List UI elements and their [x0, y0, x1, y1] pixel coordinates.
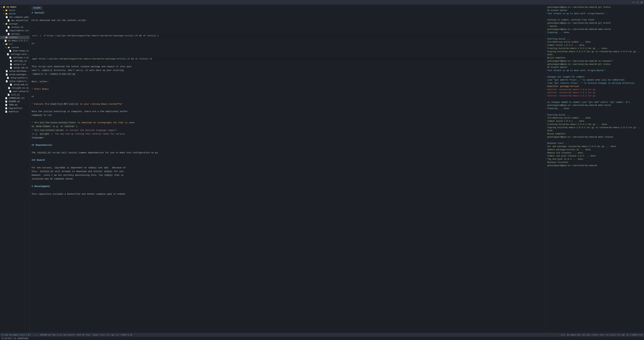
terminal-line: Copying build/my-emacs-1.0.3-1.tar.gz to… — [547, 126, 643, 132]
tree-item-label: setup-ide.el — [14, 66, 28, 69]
editor-line — [32, 189, 544, 192]
sidebar-item-README.md[interactable]: 📄README.md — [0, 100, 30, 103]
folder-icon: ▾ 📁 — [3, 36, 8, 39]
sidebar-item-version[interactable]: 📄version — [0, 32, 30, 36]
terminal-line: Creating build/my-emacs-1.0.3-1.tar.gz .… — [547, 123, 643, 126]
editor-line: Once the initial bootstrap is complete, … — [32, 110, 544, 113]
sidebar-item-makefile[interactable]: 📄makefile — [0, 110, 30, 113]
tree-item-label: release — [9, 36, 18, 39]
sidebar-item-settings-term[interactable]: 📄settings-term.… — [0, 53, 30, 56]
editor-line — [32, 23, 544, 26]
terminal-line: deleted: release/my-emacs-1.0.1.tar.gz — [547, 91, 643, 94]
file-icon: 📄 — [7, 50, 12, 52]
tree-item-label: src — [9, 43, 13, 46]
terminal-line: gshulegaard@pop-os:~/personal/my-emacs$ … — [547, 21, 643, 25]
editor-line — [32, 76, 544, 80]
terminal-line: no changes added to commit (use "git add… — [547, 101, 643, 104]
editor-line — [32, 155, 544, 158]
sidebar-item-straight-el.el[interactable]: 📄straight-el.el — [0, 86, 30, 90]
sidebar-item-install.sh[interactable]: 📄install.sh — [0, 26, 30, 29]
editor-line — [32, 30, 544, 33]
terminal-line: Remove old releases ... done. — [547, 151, 643, 155]
sidebar-item-build[interactable]: ▸ 📁build — [0, 9, 30, 12]
terminal-line: deleted: release/my-emacs-1.0.2.tar.gz — [547, 94, 643, 98]
sidebar-item-release[interactable]: ▾ 📁release — [0, 36, 30, 39]
sidebar-item-settings-x.el[interactable]: 📄settings-x.el — [0, 56, 30, 59]
terminal-line — [547, 72, 643, 75]
editor-panel[interactable]: README # Install First download and run … — [30, 5, 546, 333]
editor-line: The install.sh script will install commo… — [32, 151, 544, 154]
terminal-line — [547, 139, 643, 142]
folder-icon: ▾ 📁 — [3, 43, 8, 46]
editor-line: (e.g. pyright ). You may end up running … — [32, 132, 544, 136]
terminal-line: Commit and push release 1.0.3 ... done. — [547, 154, 643, 158]
file-icon: 📄 — [3, 100, 8, 103]
tree-item-label: dev.compose.yaml — [9, 16, 29, 19]
sidebar-item-TODO.md[interactable]: 📄TODO.md — [0, 103, 30, 107]
editor-line: commands to run: — [32, 114, 544, 117]
tree-item-label: setup-web.el — [14, 83, 28, 86]
sidebar-item-custom[interactable]: ▾ 📁custom — [0, 46, 30, 49]
terminal-line: Build complete. — [547, 132, 643, 136]
file-icon: 📄 — [7, 56, 12, 59]
terminal-line: Incrementing build number ... done. — [547, 116, 643, 120]
sidebar-item-setup-ide.el[interactable]: 📄setup-ide.el — [0, 66, 30, 69]
main-layout: ▾ 📁my-emacs▸ 📁build▾ 📁docker📄dev.compose… — [0, 5, 644, 333]
sidebar-item-setup-python.e[interactable]: 📄setup-python.e… — [0, 76, 30, 80]
sidebar-item-my-emacs-1.0.3.t[interactable]: 📄my-emacs-1.0.3.t… — [0, 39, 30, 42]
tree-item-label: setup-typescri.… — [9, 80, 29, 83]
tree-item-label: custom — [11, 46, 18, 49]
editor-tab[interactable]: README — [32, 6, 42, 10]
tree-item-label: dev.dockerfile — [11, 19, 28, 22]
minimize-button[interactable]: — — [632, 1, 635, 4]
terminal-line: Commit build 1.0.2-2 ... done. — [547, 44, 643, 47]
terminal-line: gshulegaard@pop-os:~/personal/my-emacs$ … — [547, 104, 643, 107]
sidebar-item-setup-c.el[interactable]: 📄setup-c.el — [0, 63, 30, 66]
sidebar-item-package[interactable]: ▾ 📁package — [0, 22, 30, 26]
sidebar-item-setup-web.el[interactable]: 📄setup-web.el — [0, 83, 30, 86]
tree-item-label: makefile — [9, 110, 18, 113]
sidebar-item-dev.compose.yaml[interactable]: 📄dev.compose.yaml — [0, 15, 30, 19]
editor-line: this, install.sh will attempt to downloa… — [32, 170, 544, 173]
editor-line: --- — [32, 49, 544, 53]
sidebar-item-CHANGELOG.txt[interactable]: 📄CHANGELOG.txt — [0, 97, 30, 100]
sidebar-item-docker[interactable]: ▾ 📁docker — [0, 12, 30, 15]
editor-line: languages. — [32, 136, 544, 139]
terminal-line: Your branch is up to date with 'origin/m… — [547, 69, 643, 72]
sidebar-item-setup-packages[interactable]: 📄setup-packages.… — [0, 73, 30, 76]
close-button[interactable]: ✕ — [640, 1, 643, 4]
tree-item-label: package — [9, 22, 18, 25]
terminal-line: Release finished. — [547, 161, 643, 164]
file-icon: 📄 — [3, 104, 8, 106]
editor-line — [32, 15, 544, 18]
terminal-line: Cleaning ... done. — [547, 107, 643, 110]
sidebar-item-doom-theme.el[interactable]: 📄doom-theme.el — [0, 49, 30, 53]
terminal-line: Git add package release/my-emacs-1.0.3.t… — [547, 145, 643, 148]
terminal-line: gshulegaard@pop-os:~/personal/my-emacs$ … — [547, 136, 643, 139]
terminal-line: Copying build/my-emacs-1.0.2-2.tar.gz to… — [547, 50, 643, 56]
sidebar-item-requirements.txt[interactable]: 📄requirements.txt — [0, 29, 30, 32]
sidebar-item-my-emacs[interactable]: ▾ 📁my-emacs — [0, 5, 30, 9]
minibuffer: <C-print> is undefined — [0, 337, 644, 340]
file-icon: 📄 — [2, 39, 7, 42]
sidebar-item-src[interactable]: ▾ 📁src — [0, 42, 30, 46]
sidebar-item-Vagrantfile[interactable]: 📄Vagrantfile — [0, 107, 30, 110]
editor-line — [32, 91, 544, 94]
sidebar-item-settings.el[interactable]: 📄settings.el — [0, 59, 30, 63]
terminal-content: gshulegaard@pop-os:~/personal/my-emacs$ … — [547, 6, 643, 167]
sidebar-item-user-setup.el[interactable]: 📄user-setup.el — [0, 90, 30, 93]
editor-line: by doom-themes (e.g. in neotree ). — [32, 125, 544, 128]
sidebar-item-setup-typescri[interactable]: 📄setup-typescri.… — [0, 80, 30, 83]
tree-item-label: build — [9, 9, 15, 12]
sidebar-item-setup-markdown[interactable]: 📄setup-markdown.… — [0, 69, 30, 73]
tree-item-label: setup-markdown.… — [9, 70, 29, 73]
terminal-line: gshulegaard@pop-os:~/personal/my-emacs$ … — [547, 60, 643, 63]
sidebar-item-init.el[interactable]: 📄init.el — [0, 93, 30, 97]
terminal-line: Cleaning ... done. — [547, 31, 643, 34]
editor-line — [32, 181, 544, 184]
editor-line: or — [32, 95, 544, 98]
maximize-button[interactable]: □ — [637, 1, 638, 4]
sidebar-item-dev.dockerfile[interactable]: 📄dev.dockerfile — [0, 19, 30, 22]
terminal-panel[interactable]: gshulegaard@pop-os:~/personal/my-emacs$ … — [546, 5, 644, 333]
editor-line: First download and run the install scrip… — [32, 19, 544, 22]
